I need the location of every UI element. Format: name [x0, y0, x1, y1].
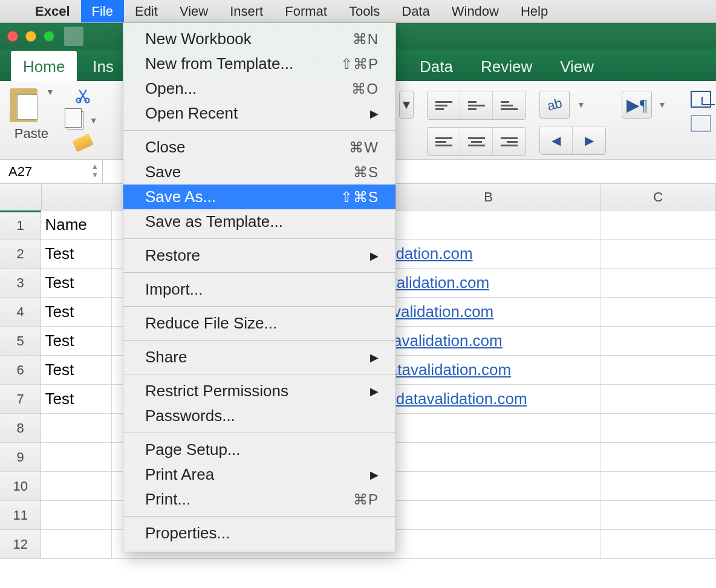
- increase-indent-icon[interactable]: ▶: [573, 126, 605, 154]
- cell[interactable]: [600, 530, 716, 559]
- zoom-window-icon[interactable]: [44, 31, 54, 42]
- cut-icon[interactable]: [74, 87, 91, 104]
- select-all-corner[interactable]: [0, 184, 42, 211]
- menubar-app[interactable]: Excel: [24, 0, 81, 22]
- cell[interactable]: [376, 414, 600, 443]
- menubar-edit[interactable]: Edit: [124, 0, 169, 22]
- cell[interactable]: [376, 211, 600, 240]
- cell[interactable]: Test: [41, 298, 112, 327]
- cell[interactable]: alidation.com: [376, 240, 600, 269]
- row-header[interactable]: 7: [0, 385, 41, 414]
- merge-button[interactable]: Me: [691, 115, 716, 132]
- paragraph-direction-dropdown-icon[interactable]: ▼: [658, 100, 666, 109]
- align-top-icon[interactable]: [428, 91, 460, 119]
- row-header[interactable]: 1: [0, 211, 41, 240]
- row-header[interactable]: 2: [0, 240, 41, 269]
- column-header-c[interactable]: C: [601, 184, 716, 211]
- file-menu-item[interactable]: Share▶: [123, 345, 395, 370]
- cell[interactable]: Test: [41, 327, 112, 356]
- cell[interactable]: [600, 356, 716, 385]
- wrap-text-button[interactable]: Wra: [691, 91, 716, 108]
- cell[interactable]: [600, 501, 716, 530]
- cell[interactable]: [41, 443, 112, 472]
- cell[interactable]: datavalidation.com: [376, 356, 600, 385]
- name-box[interactable]: A27 ▲▼: [0, 160, 103, 183]
- cell[interactable]: avalidation.com: [376, 269, 600, 298]
- file-menu-item[interactable]: Import...: [123, 277, 395, 302]
- menubar-file[interactable]: File: [81, 0, 124, 22]
- cell[interactable]: [376, 530, 600, 559]
- menubar-window[interactable]: Window: [441, 0, 510, 22]
- cell[interactable]: Test: [41, 240, 112, 269]
- close-window-icon[interactable]: [7, 31, 18, 42]
- cell[interactable]: atavalidation.com: [376, 327, 600, 356]
- cell[interactable]: [376, 443, 600, 472]
- cell[interactable]: [41, 530, 112, 559]
- file-menu-item[interactable]: Properties...: [123, 521, 395, 546]
- cell[interactable]: Test: [41, 269, 112, 298]
- ribbon-tab-review[interactable]: Review: [469, 51, 544, 81]
- file-menu-item[interactable]: Close⌘W: [123, 135, 395, 160]
- paste-icon[interactable]: [8, 87, 39, 122]
- file-menu-item[interactable]: Reduce File Size...: [123, 311, 395, 336]
- cell[interactable]: Name: [41, 211, 112, 240]
- row-header[interactable]: 3: [0, 269, 41, 298]
- align-bottom-icon[interactable]: [493, 91, 526, 119]
- menubar-tools[interactable]: Tools: [338, 0, 391, 22]
- align-middle-icon[interactable]: [460, 91, 493, 119]
- cell[interactable]: [41, 501, 112, 530]
- row-header[interactable]: 5: [0, 327, 41, 356]
- file-menu-item[interactable]: Save⌘S: [123, 160, 395, 185]
- font-color-dropdown-icon[interactable]: ▼: [399, 91, 414, 119]
- align-center-icon[interactable]: [460, 128, 493, 155]
- row-header[interactable]: 12: [0, 530, 41, 559]
- minimize-window-icon[interactable]: [25, 31, 36, 42]
- ribbon-tab-home[interactable]: Home: [11, 51, 77, 81]
- file-menu-item[interactable]: Restrict Permissions▶: [123, 379, 395, 403]
- orientation-icon[interactable]: ab: [539, 91, 570, 119]
- cell[interactable]: [600, 443, 716, 472]
- row-header[interactable]: 11: [0, 501, 41, 530]
- cell[interactable]: [600, 414, 716, 443]
- menubar-view[interactable]: View: [169, 0, 219, 22]
- cell[interactable]: Test: [41, 385, 112, 414]
- align-left-icon[interactable]: [428, 128, 460, 155]
- cell[interactable]: [600, 211, 716, 240]
- paragraph-direction-icon[interactable]: ▶¶: [622, 91, 652, 119]
- file-menu-item[interactable]: New from Template...⇧⌘P: [123, 51, 395, 76]
- name-box-step-up-icon[interactable]: ▲: [91, 162, 99, 171]
- row-header[interactable]: 8: [0, 414, 41, 443]
- quick-access-save-icon[interactable]: [64, 27, 83, 46]
- file-menu-item[interactable]: Print...⌘P: [123, 487, 395, 512]
- copy-icon[interactable]: [68, 111, 83, 129]
- cell[interactable]: [376, 501, 600, 530]
- ribbon-tab-view[interactable]: View: [548, 51, 606, 81]
- cell[interactable]: [600, 385, 716, 414]
- menubar-data[interactable]: Data: [391, 0, 440, 22]
- row-header[interactable]: 9: [0, 443, 41, 472]
- file-menu-item[interactable]: Passwords...: [123, 403, 395, 428]
- file-menu-item[interactable]: Page Setup...: [123, 437, 395, 462]
- file-menu-item[interactable]: Open...⌘O: [123, 76, 395, 101]
- menubar-format[interactable]: Format: [274, 0, 338, 22]
- menubar-help[interactable]: Help: [510, 0, 559, 22]
- cell[interactable]: [41, 472, 112, 501]
- ribbon-tab-data[interactable]: Data: [408, 51, 465, 81]
- copy-dropdown-icon[interactable]: ▼: [90, 116, 98, 125]
- cell[interactable]: [376, 472, 600, 501]
- file-menu-item[interactable]: Save As...⇧⌘S: [123, 185, 395, 209]
- cell[interactable]: [600, 240, 716, 269]
- ribbon-tab-insert[interactable]: Ins: [80, 51, 126, 81]
- menubar-insert[interactable]: Insert: [219, 0, 274, 22]
- row-header[interactable]: 4: [0, 298, 41, 327]
- cell[interactable]: [600, 472, 716, 501]
- column-header-b[interactable]: B: [376, 184, 600, 211]
- file-menu-item[interactable]: Restore▶: [123, 243, 395, 268]
- row-header[interactable]: 10: [0, 472, 41, 501]
- file-menu-item[interactable]: Print Area▶: [123, 462, 395, 487]
- file-menu-item[interactable]: Save as Template...: [123, 209, 395, 234]
- orientation-dropdown-icon[interactable]: ▼: [577, 100, 585, 109]
- row-header[interactable]: 6: [0, 356, 41, 385]
- name-box-step-down-icon[interactable]: ▼: [91, 171, 99, 179]
- paste-dropdown-icon[interactable]: ▼: [46, 87, 54, 97]
